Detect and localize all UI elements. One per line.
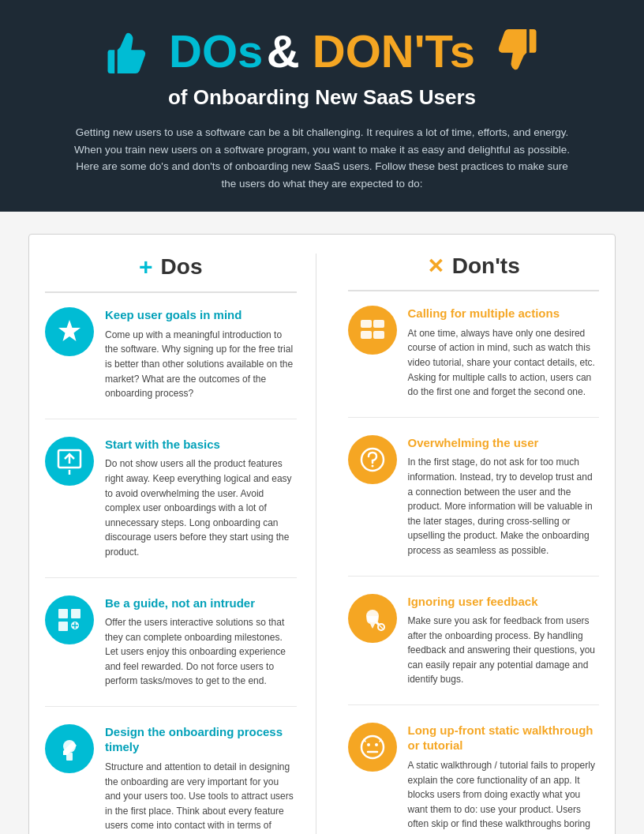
header: DOs & DON'Ts of Onboarding New SaaS User…	[0, 0, 644, 212]
header-description: Getting new users to use a software can …	[69, 124, 575, 192]
title-amp: &	[267, 25, 313, 77]
donts-column-header: ✕ Don'ts	[348, 254, 600, 291]
plus-icon: +	[139, 254, 153, 280]
thumbs-down-icon	[489, 24, 545, 79]
x-icon: ✕	[427, 254, 444, 279]
bored-face-icon	[359, 734, 386, 761]
pencil-icon	[56, 735, 83, 762]
donts-item-4-title: Long up-front static walkthrough or tuto…	[408, 723, 600, 753]
donts-item-3-body: Make sure you ask for feedback from user…	[408, 614, 600, 687]
main-content: + Dos Keep user goals in mind Come up wi…	[0, 212, 644, 834]
upload-icon	[56, 448, 83, 475]
dos-icon-3	[45, 595, 94, 644]
dos-item-4-content: Design the onboarding process timely Str…	[105, 724, 297, 834]
dos-item-3-content: Be a guide, not an intruder Offer the us…	[105, 595, 297, 689]
dos-item-4-title: Design the onboarding process timely	[105, 724, 297, 755]
donts-item-2-title: Overwhelming the user	[408, 435, 600, 451]
donts-icon-1	[348, 306, 397, 355]
svg-point-20	[361, 736, 384, 758]
dos-item-4-body: Structure and attention to detail in des…	[105, 760, 297, 834]
dos-icon-2	[45, 437, 94, 486]
title-donts: DON'Ts	[313, 25, 475, 77]
donts-label: Don'ts	[452, 254, 520, 279]
dos-column: + Dos Keep user goals in mind Come up wi…	[45, 254, 316, 834]
dos-item-2-body: Do not show users all the product featur…	[105, 456, 297, 559]
donts-item-1-content: Calling for multiple actions At one time…	[408, 306, 600, 399]
donts-icon-4	[348, 723, 397, 772]
donts-item-1-body: At one time, always have only one desire…	[408, 326, 600, 400]
dos-item-3-body: Offer the users interactive solutions so…	[105, 615, 297, 689]
dos-icon-1	[45, 307, 94, 356]
dos-item-3-title: Be a guide, not an intruder	[105, 595, 297, 611]
donts-item-3-title: Ignoring user feedback	[408, 594, 600, 610]
svg-rect-10	[361, 320, 372, 328]
thumbs-up-icon	[99, 24, 155, 79]
header-subtitle: of Onboarding New SaaS Users	[47, 85, 597, 110]
donts-item-2-content: Overwhelming the user In the first stage…	[408, 435, 600, 558]
dos-item-1-title: Keep user goals in mind	[105, 307, 297, 323]
multiple-actions-icon	[359, 317, 386, 344]
svg-rect-11	[373, 320, 384, 328]
dos-item-1-body: Come up with a meaningful introduction t…	[105, 328, 297, 401]
donts-item-4-body: A static walkthrough / tutorial fails to…	[408, 758, 600, 834]
donts-icon-2	[348, 435, 397, 484]
donts-item-1: Calling for multiple actions At one time…	[348, 306, 600, 417]
svg-point-15	[371, 464, 373, 467]
donts-item-3-content: Ignoring user feedback Make sure you ask…	[408, 594, 600, 687]
dos-item-4: Design the onboarding process timely Str…	[45, 724, 297, 834]
donts-column: ✕ Don'ts Calling for multiple actions At…	[329, 254, 600, 834]
feedback-icon	[359, 605, 386, 632]
svg-rect-13	[373, 331, 384, 339]
question-icon	[359, 446, 386, 473]
donts-item-4: Long up-front static walkthrough or tuto…	[348, 723, 600, 834]
svg-rect-12	[361, 331, 372, 339]
svg-point-22	[375, 743, 378, 746]
dos-icon-4	[45, 724, 94, 773]
dos-label: Dos	[161, 254, 203, 280]
svg-rect-2	[58, 609, 68, 618]
svg-point-21	[367, 743, 370, 746]
columns-wrapper: + Dos Keep user goals in mind Come up wi…	[28, 234, 616, 834]
donts-item-2: Overwhelming the user In the first stage…	[348, 435, 600, 577]
dos-item-1-content: Keep user goals in mind Come up with a m…	[105, 307, 297, 400]
star-icon	[56, 318, 83, 345]
donts-item-1-title: Calling for multiple actions	[408, 306, 600, 321]
dos-item-2: Start with the basics Do not show users …	[45, 437, 297, 578]
svg-rect-3	[71, 609, 80, 618]
donts-item-2-body: In the first stage, do not ask for too m…	[408, 455, 600, 558]
dos-item-3: Be a guide, not an intruder Offer the us…	[45, 595, 297, 707]
dos-item-2-content: Start with the basics Do not show users …	[105, 437, 297, 560]
svg-rect-4	[58, 622, 68, 631]
dos-column-header: + Dos	[45, 254, 297, 293]
dos-item-2-title: Start with the basics	[105, 437, 297, 453]
title-main: DOs & DON'Ts	[169, 28, 475, 74]
donts-item-3: Ignoring user feedback Make sure you ask…	[348, 594, 600, 705]
puzzle-icon	[56, 607, 83, 633]
header-title-row: DOs & DON'Ts	[47, 24, 597, 79]
donts-item-4-content: Long up-front static walkthrough or tuto…	[408, 723, 600, 834]
dos-item-1: Keep user goals in mind Come up with a m…	[45, 307, 297, 419]
donts-icon-3	[348, 594, 397, 643]
title-dos: DOs	[169, 25, 263, 77]
